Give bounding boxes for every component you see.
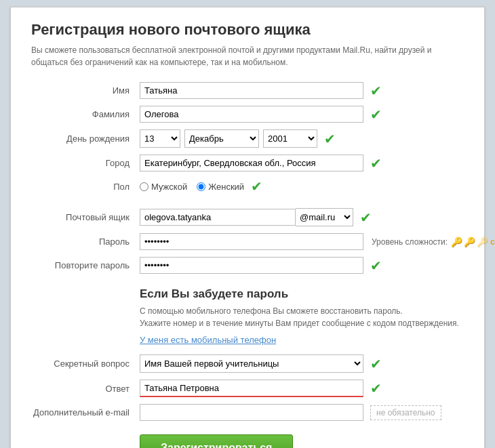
dob-day-select[interactable]: 13 <box>140 129 180 148</box>
registration-form: Регистрация нового почтового ящика Вы см… <box>10 7 485 448</box>
surname-check-icon: ✔ <box>370 106 382 123</box>
confirm-password-row: Повторите пароль ✔ <box>31 257 464 274</box>
answer-check-icon: ✔ <box>370 380 382 396</box>
extra-email-row: Дополнительный e-mail не обязательно <box>31 404 464 421</box>
mailbox-row: Почтовый ящик @mail.ru @inbox.ru @list.r… <box>31 208 464 226</box>
name-label: Имя <box>31 85 140 96</box>
surname-field: ✔ <box>140 106 464 123</box>
city-check-icon: ✔ <box>370 155 382 171</box>
city-input[interactable] <box>140 155 363 171</box>
extra-email-label: Дополнительный e-mail <box>31 407 140 418</box>
name-check-icon: ✔ <box>370 83 382 99</box>
confirm-password-label: Повторите пароль <box>31 260 140 270</box>
secret-question-row: Секретный вопрос Имя Вашей первой учител… <box>31 354 464 373</box>
gender-field: Мужской Женский ✔ <box>140 178 464 195</box>
forgot-section-title: Если Вы забудете пароль <box>31 287 464 301</box>
surname-row: Фамилия ✔ <box>31 106 464 123</box>
forgot-section-desc: С помощью мобильного телефона Вы сможете… <box>31 305 464 329</box>
gender-check-icon: ✔ <box>251 178 262 195</box>
dob-label: День рождения <box>31 134 140 144</box>
forgot-desc-text: С помощью мобильного телефона Вы сможете… <box>140 306 459 328</box>
gender-female-text: Женский <box>208 182 244 192</box>
city-row: Город ✔ <box>31 155 464 171</box>
password-complexity: Уровень сложности: 🔑 🔑 🔑 средний <box>372 237 495 247</box>
surname-input[interactable] <box>140 106 363 123</box>
answer-field: ✔ <box>140 380 464 397</box>
secret-question-check-icon: ✔ <box>370 356 382 372</box>
confirm-password-field: ✔ <box>140 257 464 274</box>
surname-label: Фамилия <box>31 109 140 119</box>
name-input[interactable] <box>140 82 363 99</box>
extra-email-input[interactable] <box>140 404 363 421</box>
page-title: Регистрация нового почтового ящика <box>31 21 464 39</box>
extra-email-field: не обязательно <box>140 404 464 421</box>
register-btn-row: Зарегистрироваться <box>31 434 464 448</box>
dob-year-select[interactable]: 2001 <box>263 129 317 148</box>
confirm-password-check-icon: ✔ <box>370 258 382 274</box>
mailbox-username-input[interactable] <box>140 209 296 226</box>
complexity-icon-3: 🔑 <box>477 237 488 247</box>
confirm-password-input[interactable] <box>140 257 363 274</box>
password-label: Пароль <box>31 237 140 247</box>
gender-row: Пол Мужской Женский ✔ <box>31 178 464 195</box>
gender-male-label[interactable]: Мужской <box>140 182 187 192</box>
city-field: ✔ <box>140 155 464 171</box>
dob-row: День рождения 13 Декабрь 2001 ✔ <box>31 129 464 148</box>
name-field: ✔ <box>140 82 464 99</box>
not-required-badge: не обязательно <box>370 405 441 420</box>
secret-question-label: Секретный вопрос <box>31 359 140 369</box>
complexity-label: Уровень сложности: <box>372 237 448 247</box>
name-row: Имя ✔ <box>31 82 464 99</box>
gender-male-text: Мужской <box>151 182 187 192</box>
gender-female-radio[interactable] <box>197 182 205 191</box>
dob-check-icon: ✔ <box>324 131 336 147</box>
answer-label: Ответ <box>31 384 140 394</box>
secret-question-field: Имя Вашей первой учительницы Девичья фам… <box>140 354 464 373</box>
mailbox-field: @mail.ru @inbox.ru @list.ru @bk.ru ✔ <box>140 208 464 226</box>
email-row: @mail.ru @inbox.ru @list.ru @bk.ru <box>140 208 353 226</box>
mobile-link-row: У меня есть мобильный телефон <box>31 335 464 345</box>
city-label: Город <box>31 158 140 168</box>
mailbox-check-icon: ✔ <box>360 209 372 226</box>
password-field: Уровень сложности: 🔑 🔑 🔑 средний <box>140 233 495 250</box>
gender-male-radio[interactable] <box>140 182 148 191</box>
mailbox-label: Почтовый ящик <box>31 212 140 222</box>
answer-row: Ответ ✔ <box>31 380 464 397</box>
page-subtitle: Вы сможете пользоваться бесплатной элект… <box>31 44 464 68</box>
gender-radio-group: Мужской Женский <box>140 182 244 192</box>
password-row: Пароль Уровень сложности: 🔑 🔑 🔑 средний <box>31 233 464 250</box>
secret-question-select[interactable]: Имя Вашей первой учительницы Девичья фам… <box>140 354 363 373</box>
gender-label: Пол <box>31 182 140 192</box>
dob-field: 13 Декабрь 2001 ✔ <box>140 129 464 148</box>
complexity-icon-1: 🔑 <box>451 237 462 247</box>
dob-month-select[interactable]: Декабрь <box>184 129 259 148</box>
register-button[interactable]: Зарегистрироваться <box>140 434 293 448</box>
password-input[interactable] <box>140 233 363 250</box>
mailbox-domain-select[interactable]: @mail.ru @inbox.ru @list.ru @bk.ru <box>296 208 353 226</box>
complexity-text: средний <box>490 237 495 247</box>
mobile-link[interactable]: У меня есть мобильный телефон <box>140 335 276 345</box>
gender-female-label[interactable]: Женский <box>197 182 244 192</box>
complexity-icon-2: 🔑 <box>464 237 475 247</box>
answer-input[interactable] <box>140 380 363 397</box>
